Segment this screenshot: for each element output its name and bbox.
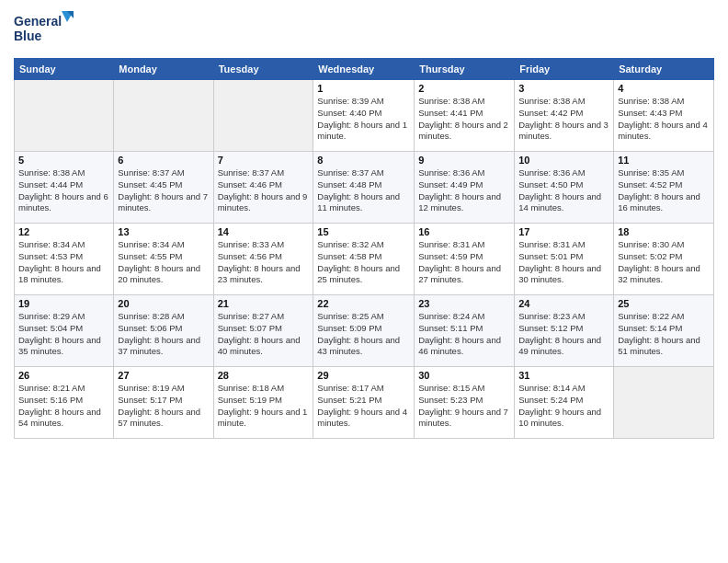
weekday-header-row: SundayMondayTuesdayWednesdayThursdayFrid… bbox=[15, 59, 714, 80]
calendar-cell: 7Sunrise: 8:37 AMSunset: 4:46 PMDaylight… bbox=[213, 152, 313, 224]
day-number: 11 bbox=[618, 155, 710, 166]
day-info: Sunrise: 8:30 AMSunset: 5:02 PMDaylight:… bbox=[618, 239, 710, 286]
calendar-cell bbox=[614, 367, 714, 439]
day-number: 30 bbox=[418, 370, 510, 381]
calendar-cell: 26Sunrise: 8:21 AMSunset: 5:16 PMDayligh… bbox=[15, 367, 114, 439]
calendar-week-5: 26Sunrise: 8:21 AMSunset: 5:16 PMDayligh… bbox=[15, 367, 714, 439]
calendar-table: SundayMondayTuesdayWednesdayThursdayFrid… bbox=[14, 58, 714, 439]
day-info: Sunrise: 8:38 AMSunset: 4:44 PMDaylight:… bbox=[18, 167, 109, 214]
calendar-cell: 31Sunrise: 8:14 AMSunset: 5:24 PMDayligh… bbox=[515, 367, 614, 439]
weekday-header-thursday: Thursday bbox=[415, 59, 515, 80]
day-info: Sunrise: 8:31 AMSunset: 5:01 PMDaylight:… bbox=[518, 239, 609, 286]
day-number: 28 bbox=[218, 370, 310, 381]
day-info: Sunrise: 8:35 AMSunset: 4:52 PMDaylight:… bbox=[618, 167, 710, 214]
calendar-cell: 22Sunrise: 8:25 AMSunset: 5:09 PMDayligh… bbox=[313, 295, 415, 367]
day-info: Sunrise: 8:36 AMSunset: 4:50 PMDaylight:… bbox=[518, 167, 609, 214]
calendar-cell: 8Sunrise: 8:37 AMSunset: 4:48 PMDaylight… bbox=[313, 152, 415, 224]
day-info: Sunrise: 8:38 AMSunset: 4:42 PMDaylight:… bbox=[518, 96, 609, 143]
page: General Blue SundayMondayTuesdayWednesda… bbox=[0, 0, 728, 563]
day-info: Sunrise: 8:34 AMSunset: 4:55 PMDaylight:… bbox=[118, 239, 209, 286]
weekday-header-monday: Monday bbox=[114, 59, 213, 80]
day-info: Sunrise: 8:37 AMSunset: 4:48 PMDaylight:… bbox=[317, 167, 410, 214]
day-number: 25 bbox=[618, 298, 710, 309]
day-number: 31 bbox=[518, 370, 609, 381]
day-info: Sunrise: 8:29 AMSunset: 5:04 PMDaylight:… bbox=[18, 311, 109, 358]
calendar-cell bbox=[114, 80, 213, 152]
day-number: 9 bbox=[418, 155, 510, 166]
day-number: 14 bbox=[218, 226, 310, 237]
svg-text:General: General bbox=[14, 14, 62, 29]
calendar-cell: 18Sunrise: 8:30 AMSunset: 5:02 PMDayligh… bbox=[614, 224, 714, 295]
day-info: Sunrise: 8:17 AMSunset: 5:21 PMDaylight:… bbox=[317, 383, 410, 430]
day-info: Sunrise: 8:28 AMSunset: 5:06 PMDaylight:… bbox=[118, 311, 209, 358]
day-number: 10 bbox=[518, 155, 609, 166]
calendar-cell: 27Sunrise: 8:19 AMSunset: 5:17 PMDayligh… bbox=[114, 367, 213, 439]
day-number: 17 bbox=[518, 226, 609, 237]
day-info: Sunrise: 8:37 AMSunset: 4:46 PMDaylight:… bbox=[218, 167, 310, 214]
day-number: 1 bbox=[317, 83, 410, 94]
day-number: 2 bbox=[418, 83, 510, 94]
day-number: 15 bbox=[317, 226, 410, 237]
day-number: 7 bbox=[218, 155, 310, 166]
day-info: Sunrise: 8:21 AMSunset: 5:16 PMDaylight:… bbox=[18, 383, 109, 430]
day-info: Sunrise: 8:37 AMSunset: 4:45 PMDaylight:… bbox=[118, 167, 209, 214]
day-number: 23 bbox=[418, 298, 510, 309]
calendar-cell: 28Sunrise: 8:18 AMSunset: 5:19 PMDayligh… bbox=[213, 367, 313, 439]
day-info: Sunrise: 8:31 AMSunset: 4:59 PMDaylight:… bbox=[418, 239, 510, 286]
calendar-cell: 14Sunrise: 8:33 AMSunset: 4:56 PMDayligh… bbox=[213, 224, 313, 295]
calendar-cell: 9Sunrise: 8:36 AMSunset: 4:49 PMDaylight… bbox=[415, 152, 515, 224]
calendar-cell: 20Sunrise: 8:28 AMSunset: 5:06 PMDayligh… bbox=[114, 295, 213, 367]
day-number: 6 bbox=[118, 155, 209, 166]
day-number: 21 bbox=[218, 298, 310, 309]
weekday-header-tuesday: Tuesday bbox=[213, 59, 313, 80]
day-info: Sunrise: 8:34 AMSunset: 4:53 PMDaylight:… bbox=[18, 239, 109, 286]
logo-svg: General Blue bbox=[14, 9, 78, 51]
calendar-cell: 4Sunrise: 8:38 AMSunset: 4:43 PMDaylight… bbox=[614, 80, 714, 152]
day-number: 19 bbox=[18, 298, 109, 309]
day-number: 26 bbox=[18, 370, 109, 381]
day-number: 4 bbox=[618, 83, 710, 94]
calendar-cell: 29Sunrise: 8:17 AMSunset: 5:21 PMDayligh… bbox=[313, 367, 415, 439]
calendar-cell: 17Sunrise: 8:31 AMSunset: 5:01 PMDayligh… bbox=[515, 224, 614, 295]
day-number: 13 bbox=[118, 226, 209, 237]
calendar-cell: 21Sunrise: 8:27 AMSunset: 5:07 PMDayligh… bbox=[213, 295, 313, 367]
calendar-cell bbox=[15, 80, 114, 152]
calendar-week-3: 12Sunrise: 8:34 AMSunset: 4:53 PMDayligh… bbox=[15, 224, 714, 295]
day-info: Sunrise: 8:32 AMSunset: 4:58 PMDaylight:… bbox=[317, 239, 410, 286]
calendar-cell: 11Sunrise: 8:35 AMSunset: 4:52 PMDayligh… bbox=[614, 152, 714, 224]
day-info: Sunrise: 8:39 AMSunset: 4:40 PMDaylight:… bbox=[317, 96, 410, 143]
day-info: Sunrise: 8:25 AMSunset: 5:09 PMDaylight:… bbox=[317, 311, 410, 358]
day-info: Sunrise: 8:18 AMSunset: 5:19 PMDaylight:… bbox=[218, 383, 310, 430]
calendar-week-2: 5Sunrise: 8:38 AMSunset: 4:44 PMDaylight… bbox=[15, 152, 714, 224]
day-number: 29 bbox=[317, 370, 410, 381]
day-number: 22 bbox=[317, 298, 410, 309]
day-number: 5 bbox=[18, 155, 109, 166]
calendar-cell: 12Sunrise: 8:34 AMSunset: 4:53 PMDayligh… bbox=[15, 224, 114, 295]
day-info: Sunrise: 8:15 AMSunset: 5:23 PMDaylight:… bbox=[418, 383, 510, 430]
calendar-cell: 30Sunrise: 8:15 AMSunset: 5:23 PMDayligh… bbox=[415, 367, 515, 439]
day-info: Sunrise: 8:36 AMSunset: 4:49 PMDaylight:… bbox=[418, 167, 510, 214]
calendar-cell: 1Sunrise: 8:39 AMSunset: 4:40 PMDaylight… bbox=[313, 80, 415, 152]
calendar-cell: 3Sunrise: 8:38 AMSunset: 4:42 PMDaylight… bbox=[515, 80, 614, 152]
weekday-header-friday: Friday bbox=[515, 59, 614, 80]
day-number: 12 bbox=[18, 226, 109, 237]
weekday-header-saturday: Saturday bbox=[614, 59, 714, 80]
weekday-header-sunday: Sunday bbox=[15, 59, 114, 80]
day-info: Sunrise: 8:19 AMSunset: 5:17 PMDaylight:… bbox=[118, 383, 209, 430]
day-number: 27 bbox=[118, 370, 209, 381]
day-number: 20 bbox=[118, 298, 209, 309]
calendar-cell: 25Sunrise: 8:22 AMSunset: 5:14 PMDayligh… bbox=[614, 295, 714, 367]
day-info: Sunrise: 8:38 AMSunset: 4:41 PMDaylight:… bbox=[418, 96, 510, 143]
calendar-cell bbox=[213, 80, 313, 152]
calendar-cell: 2Sunrise: 8:38 AMSunset: 4:41 PMDaylight… bbox=[415, 80, 515, 152]
calendar-cell: 13Sunrise: 8:34 AMSunset: 4:55 PMDayligh… bbox=[114, 224, 213, 295]
day-info: Sunrise: 8:38 AMSunset: 4:43 PMDaylight:… bbox=[618, 96, 710, 143]
calendar-cell: 24Sunrise: 8:23 AMSunset: 5:12 PMDayligh… bbox=[515, 295, 614, 367]
calendar-week-1: 1Sunrise: 8:39 AMSunset: 4:40 PMDaylight… bbox=[15, 80, 714, 152]
svg-text:Blue: Blue bbox=[14, 29, 42, 43]
calendar-cell: 15Sunrise: 8:32 AMSunset: 4:58 PMDayligh… bbox=[313, 224, 415, 295]
day-number: 3 bbox=[518, 83, 609, 94]
day-info: Sunrise: 8:27 AMSunset: 5:07 PMDaylight:… bbox=[218, 311, 310, 358]
logo: General Blue bbox=[14, 9, 78, 51]
day-number: 16 bbox=[418, 226, 510, 237]
